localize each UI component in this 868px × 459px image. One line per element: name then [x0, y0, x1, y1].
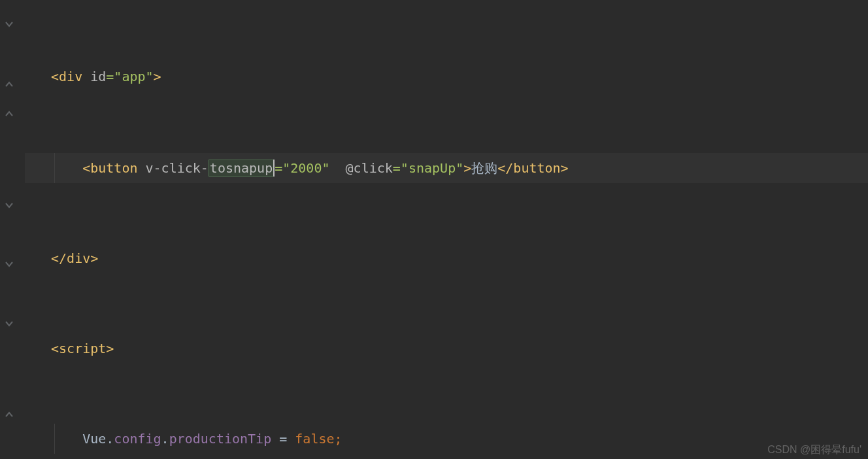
fold-icon[interactable]	[3, 258, 15, 270]
gutter	[0, 0, 22, 459]
fold-close-icon[interactable]	[3, 409, 15, 420]
code-editor[interactable]: <div id="app"> <button v-click-tosnapup=…	[22, 0, 868, 459]
code-line[interactable]: Vue.config.productionTip = false;	[25, 424, 868, 454]
code-line[interactable]: <script>	[25, 333, 868, 364]
code-line[interactable]: </div>	[25, 243, 868, 273]
fold-icon[interactable]	[3, 318, 15, 330]
fold-close-icon[interactable]	[3, 78, 15, 90]
watermark: CSDN @困得晕fufu'	[767, 445, 861, 455]
code-line[interactable]: <div id="app">	[25, 60, 868, 93]
fold-icon[interactable]	[3, 18, 15, 30]
selected-text: tosnapup	[209, 160, 274, 177]
fold-close-icon[interactable]	[3, 108, 15, 120]
fold-icon[interactable]	[3, 199, 15, 211]
code-line-active[interactable]: <button v-click-tosnapup="2000" @click="…	[25, 153, 868, 183]
